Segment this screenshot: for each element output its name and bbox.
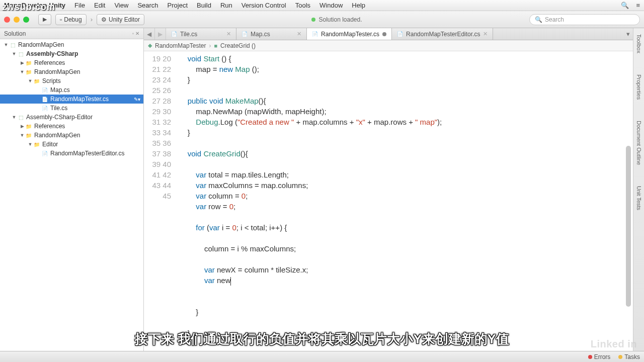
- menu-help[interactable]: Help: [352, 2, 365, 9]
- disclosure-icon[interactable]: ▼: [27, 78, 33, 83]
- close-dot[interactable]: [4, 17, 10, 23]
- class-icon: ◆: [148, 42, 152, 49]
- folder-icon: 📁: [25, 68, 32, 75]
- breadcrumb-method[interactable]: CreateGrid (): [220, 42, 256, 49]
- target-combo[interactable]: ⚙ Unity Editor: [97, 14, 144, 25]
- tab-label: Map.cs: [251, 31, 270, 38]
- scrollbar-thumb[interactable]: [626, 146, 631, 307]
- nav-forward[interactable]: ▶: [155, 28, 166, 40]
- menu-build[interactable]: Build: [197, 2, 211, 9]
- tree-item-references[interactable]: ▶📁References: [0, 122, 143, 131]
- tab-randommaptester-cs[interactable]: 📄RandomMapTester.cs: [307, 28, 392, 40]
- close-icon[interactable]: ✕: [483, 31, 488, 37]
- tree-item-randommaptester-cs[interactable]: 📄RandomMapTester.cs✎▾: [0, 95, 143, 104]
- tasks-button[interactable]: Tasks: [618, 353, 640, 360]
- combo-sep: ›: [91, 16, 93, 23]
- errors-button[interactable]: Errors: [588, 353, 611, 360]
- window-controls[interactable]: [4, 17, 29, 23]
- zoom-dot[interactable]: [23, 17, 29, 23]
- folder-icon: 📁: [25, 123, 32, 130]
- cs-icon: 📄: [41, 105, 48, 112]
- folder-icon: 📁: [33, 141, 40, 148]
- menu-icon[interactable]: ≡: [636, 2, 640, 9]
- run-button[interactable]: ▶: [38, 14, 51, 25]
- code-text[interactable]: void Start () { map = new Map (); } publ…: [179, 51, 633, 351]
- menu-view[interactable]: View: [114, 2, 128, 9]
- tab-randommaptestereditor-cs[interactable]: 📄RandomMapTesterEditor.cs✕: [392, 28, 493, 40]
- disclosure-icon[interactable]: ▼: [19, 69, 25, 74]
- sidetab-document-outline[interactable]: Document Outline: [635, 118, 643, 168]
- disclosure-icon[interactable]: ▼: [27, 142, 33, 147]
- tree-item-randommapgen[interactable]: ▼📁RandomMapGen: [0, 131, 143, 140]
- tree-item-references[interactable]: ▶📁References: [0, 58, 143, 67]
- search-input[interactable]: 🔍Search: [529, 14, 640, 25]
- status-ok-icon: [311, 18, 315, 22]
- tree-item-assembly-csharp-editor[interactable]: ▼⬚Assembly-CSharp-Editor: [0, 113, 143, 122]
- tree-item-map-cs[interactable]: 📄Map.cs: [0, 85, 143, 95]
- solution-tree[interactable]: ▼⬚RandomMapGen▼⬚Assembly-CSharp▶📁Referen…: [0, 39, 143, 159]
- nav-back[interactable]: ◀: [144, 28, 155, 40]
- breadcrumb[interactable]: ◆ RandomMapTester › ■ CreateGrid (): [144, 40, 633, 51]
- cs-icon: 📄: [41, 96, 48, 103]
- menu-edit[interactable]: Edit: [94, 2, 105, 9]
- folder-icon: 📁: [25, 132, 32, 139]
- panel-controls[interactable]: ▫ ✕: [132, 31, 139, 36]
- proj-icon: ⬚: [17, 50, 24, 57]
- side-tool-tabs[interactable]: ToolboxPropertiesDocument OutlineUnit Te…: [633, 28, 644, 351]
- tab-map-cs[interactable]: 📄Map.cs✕: [236, 28, 307, 40]
- menu-project[interactable]: Project: [168, 2, 188, 9]
- tree-label: RandomMapGen: [18, 41, 64, 48]
- minimize-dot[interactable]: [14, 17, 20, 23]
- tree-item-editor[interactable]: ▼📁Editor: [0, 140, 143, 149]
- scrollbar-track[interactable]: [626, 65, 631, 347]
- sidetab-toolbox[interactable]: Toolbox: [635, 31, 643, 56]
- menu-run[interactable]: Run: [220, 2, 232, 9]
- tree-label: RandomMapGen: [34, 132, 80, 139]
- file-icon: 📄: [312, 31, 318, 37]
- menu-version-control[interactable]: Version Control: [242, 2, 286, 9]
- tree-item-randommapgen[interactable]: ▼📁RandomMapGen: [0, 67, 143, 76]
- tree-label: Map.cs: [50, 86, 70, 94]
- tab-bar: ◀ ▶ 📄Tile.cs✕📄Map.cs✕📄RandomMapTester.cs…: [144, 28, 633, 40]
- disclosure-icon[interactable]: ▼: [11, 51, 17, 56]
- tree-item-scripts[interactable]: ▼📁Scripts: [0, 76, 143, 85]
- tree-item-assembly-csharp[interactable]: ▼⬚Assembly-CSharp: [0, 49, 143, 58]
- config-combo[interactable]: ▫ Debug: [55, 14, 87, 25]
- close-icon[interactable]: ✕: [226, 31, 231, 37]
- sidetab-properties[interactable]: Properties: [635, 71, 643, 103]
- tab-tile-cs[interactable]: 📄Tile.cs✕: [166, 28, 236, 40]
- cs-icon: 📄: [41, 86, 48, 94]
- menu-search[interactable]: Search: [137, 2, 158, 9]
- disclosure-icon[interactable]: ▼: [3, 42, 9, 47]
- search-icon[interactable]: 🔍: [621, 2, 629, 9]
- line-gutter: 19 20 21 22 23 24 25 26 27 28 29 30 31 3…: [144, 51, 179, 351]
- tree-item-randommaptestereditor-cs[interactable]: 📄RandomMapTesterEditor.cs: [0, 149, 143, 158]
- menu-file[interactable]: File: [74, 2, 85, 9]
- tree-label: Assembly-CSharp: [26, 50, 78, 57]
- linkedin-watermark: Linked in: [591, 338, 637, 350]
- watermark-text: zwsub.com: [2, 2, 55, 13]
- tree-item-randommapgen[interactable]: ▼⬚RandomMapGen: [0, 40, 143, 49]
- tree-item-tile-cs[interactable]: 📄Tile.cs: [0, 104, 143, 113]
- tab-label: RandomMapTesterEditor.cs: [406, 31, 480, 38]
- file-icon: 📄: [171, 31, 177, 37]
- sidetab-unit-tests[interactable]: Unit Tests: [635, 183, 643, 213]
- menu-window[interactable]: Window: [319, 2, 343, 9]
- disclosure-icon[interactable]: ▶: [19, 60, 25, 65]
- tabs-dropdown[interactable]: ▾: [623, 28, 633, 40]
- tree-label: Tile.cs: [50, 105, 67, 112]
- close-icon[interactable]: ✕: [297, 31, 301, 37]
- folder-icon: 📁: [25, 59, 32, 66]
- menubar: MonoDevelop-Unity FileEditViewSearchProj…: [0, 0, 644, 11]
- menubar-right: 🔍 ≡: [621, 2, 640, 9]
- breadcrumb-class[interactable]: RandomMapTester: [155, 42, 206, 49]
- file-icon: 📄: [397, 31, 403, 37]
- file-icon: 📄: [242, 31, 248, 37]
- code-view[interactable]: 19 20 21 22 23 24 25 26 27 28 29 30 31 3…: [144, 51, 633, 351]
- menu-tools[interactable]: Tools: [295, 2, 310, 9]
- disclosure-icon[interactable]: ▼: [11, 115, 17, 120]
- disclosure-icon[interactable]: ▼: [19, 133, 25, 138]
- video-subtitle: 接下来 我们通过取行的负值并将其乘以瓦片大小Y来创建新的Y值: [0, 330, 644, 348]
- disclosure-icon[interactable]: ▶: [19, 124, 25, 129]
- tab-label: Tile.cs: [180, 31, 197, 38]
